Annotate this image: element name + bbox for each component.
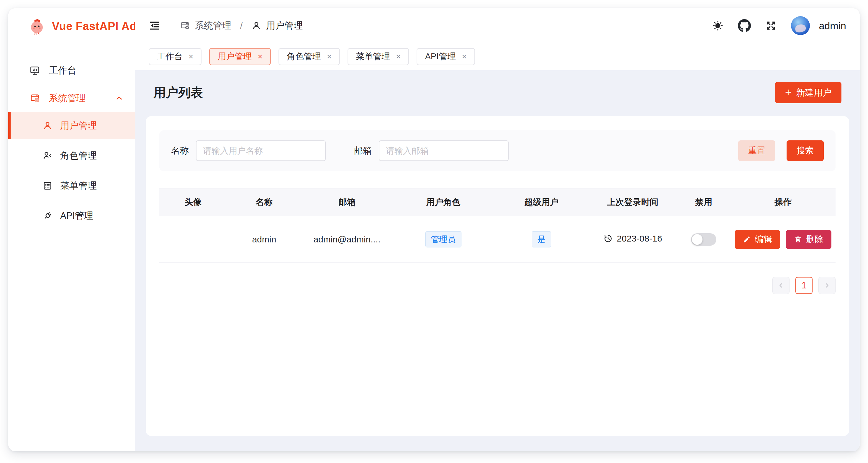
logo: Vue FastAPI Admin	[8, 8, 135, 44]
top-header: 系统管理 / 用户管理	[135, 8, 860, 43]
page-title: 用户列表	[153, 84, 203, 101]
sidebar-item-label: 角色管理	[60, 150, 97, 162]
breadcrumb-item-user[interactable]: 用户管理	[251, 20, 303, 32]
current-page-button[interactable]: 1	[796, 277, 812, 294]
breadcrumb-label: 用户管理	[266, 20, 303, 32]
topbar-actions: admin	[712, 16, 846, 35]
superuser-tag: 是	[532, 231, 551, 247]
next-page-button[interactable]	[818, 277, 836, 294]
search-button[interactable]: 搜索	[786, 140, 824, 161]
breadcrumb-separator: /	[240, 21, 243, 31]
previous-page-button[interactable]	[772, 277, 789, 294]
system-settings-icon	[180, 21, 190, 31]
column-header-avatar: 头像	[159, 189, 227, 216]
table-row: admin admin@admin.... 管理员 是	[159, 216, 836, 263]
sidebar-item-label: 工作台	[49, 64, 76, 77]
column-header-last-login: 上次登录时间	[589, 189, 677, 216]
user-table: 头像 名称 邮箱 用户角色 超级用户 上次登录时间 禁用 操作	[159, 188, 836, 263]
sidebar-item-api-management[interactable]: API管理	[8, 202, 135, 229]
reset-button[interactable]: 重置	[738, 140, 775, 161]
email-cell: admin@admin....	[301, 216, 393, 263]
close-icon[interactable]: ×	[462, 53, 466, 61]
superuser-cell: 是	[494, 216, 589, 263]
tab-label: 角色管理	[287, 51, 321, 63]
api-plug-icon	[42, 211, 53, 221]
sidebar-item-menu-management[interactable]: 菜单管理	[8, 172, 135, 199]
main-content: 用户列表 + 新建用户 名称 邮箱	[135, 70, 860, 451]
delete-button-label: 删除	[806, 234, 823, 245]
tab-menu-management[interactable]: 菜单管理 ×	[347, 48, 409, 65]
tab-workbench[interactable]: 工作台 ×	[149, 48, 202, 65]
close-icon[interactable]: ×	[189, 53, 193, 61]
breadcrumb-item-system[interactable]: 系统管理	[180, 20, 231, 32]
disabled-cell	[677, 216, 731, 263]
chevron-up-icon	[115, 94, 124, 103]
sidebar-item-label: 菜单管理	[60, 179, 97, 192]
username-label[interactable]: admin	[819, 20, 846, 32]
email-filter-label: 邮箱	[354, 145, 372, 157]
delete-button[interactable]: 删除	[786, 230, 831, 249]
last-login-value: 2023-08-16	[617, 234, 662, 243]
name-cell: admin	[227, 216, 301, 263]
name-filter-label: 名称	[171, 145, 189, 157]
sidebar-item-user-management[interactable]: 用户管理	[8, 112, 135, 139]
tab-role-management[interactable]: 角色管理 ×	[279, 48, 340, 65]
system-settings-icon	[30, 93, 40, 103]
sidebar-item-role-management[interactable]: 角色管理	[8, 142, 135, 169]
content-column: 系统管理 / 用户管理	[135, 8, 860, 451]
tab-label: 用户管理	[217, 51, 252, 63]
column-header-email: 邮箱	[301, 189, 393, 216]
chick-logo-icon	[28, 18, 45, 35]
column-header-role: 用户角色	[393, 189, 494, 216]
sidebar-menu: 工作台 系统管理	[8, 44, 135, 229]
edit-button[interactable]: 编辑	[735, 230, 780, 249]
sidebar-item-label: 系统管理	[49, 92, 86, 104]
tab-label: 工作台	[157, 51, 183, 63]
sidebar-item-workbench[interactable]: 工作台	[8, 57, 135, 84]
user-list-card: 名称 邮箱 重置 搜索	[146, 116, 849, 436]
email-filter-input[interactable]	[379, 140, 509, 161]
column-header-disabled: 禁用	[677, 189, 731, 216]
tab-user-management[interactable]: 用户管理 ×	[209, 48, 271, 65]
workbench-icon	[30, 65, 40, 76]
fullscreen-icon[interactable]	[765, 20, 777, 32]
collapse-sidebar-icon[interactable]	[149, 20, 160, 32]
clock-history-icon	[603, 234, 613, 243]
column-header-superuser: 超级用户	[494, 189, 589, 216]
email-filter-group: 邮箱	[354, 140, 509, 161]
disabled-toggle[interactable]	[691, 233, 716, 246]
github-icon[interactable]	[738, 19, 751, 32]
new-user-button-label: 新建用户	[796, 87, 831, 99]
plus-icon: +	[785, 87, 791, 98]
close-icon[interactable]: ×	[327, 53, 332, 61]
filter-bar: 名称 邮箱 重置 搜索	[159, 130, 836, 171]
table-header-row: 头像 名称 邮箱 用户角色 超级用户 上次登录时间 禁用 操作	[159, 189, 836, 216]
tab-label: 菜单管理	[356, 51, 390, 63]
sidebar-item-label: API管理	[60, 210, 93, 222]
last-login-cell: 2023-08-16	[589, 216, 677, 263]
user-avatar[interactable]	[791, 16, 810, 35]
open-tabs-bar: 工作台 × 用户管理 × 角色管理 × 菜单管理 × API管理 ×	[135, 43, 860, 70]
close-icon[interactable]: ×	[396, 53, 401, 61]
name-filter-input[interactable]	[196, 140, 326, 161]
role-cell: 管理员	[393, 216, 494, 263]
actions-cell: 编辑	[731, 216, 836, 263]
pagination: 1	[159, 277, 836, 294]
sidebar: Vue FastAPI Admin 工作台	[8, 8, 135, 451]
tab-api-management[interactable]: API管理 ×	[416, 48, 475, 65]
user-icon	[42, 121, 53, 131]
sidebar-item-system-management[interactable]: 系统管理	[8, 84, 135, 112]
role-tag: 管理员	[426, 231, 461, 247]
column-header-actions: 操作	[731, 189, 836, 216]
name-filter-group: 名称	[171, 140, 326, 161]
theme-sun-icon[interactable]	[712, 20, 724, 32]
pencil-icon	[743, 236, 751, 243]
edit-button-label: 编辑	[755, 234, 772, 245]
new-user-button[interactable]: + 新建用户	[775, 82, 841, 103]
menu-list-icon	[42, 181, 53, 191]
close-icon[interactable]: ×	[257, 53, 262, 61]
trash-icon	[794, 236, 802, 243]
tab-label: API管理	[425, 51, 456, 63]
page-title-row: 用户列表 + 新建用户	[146, 78, 849, 107]
breadcrumb-label: 系统管理	[195, 20, 231, 32]
